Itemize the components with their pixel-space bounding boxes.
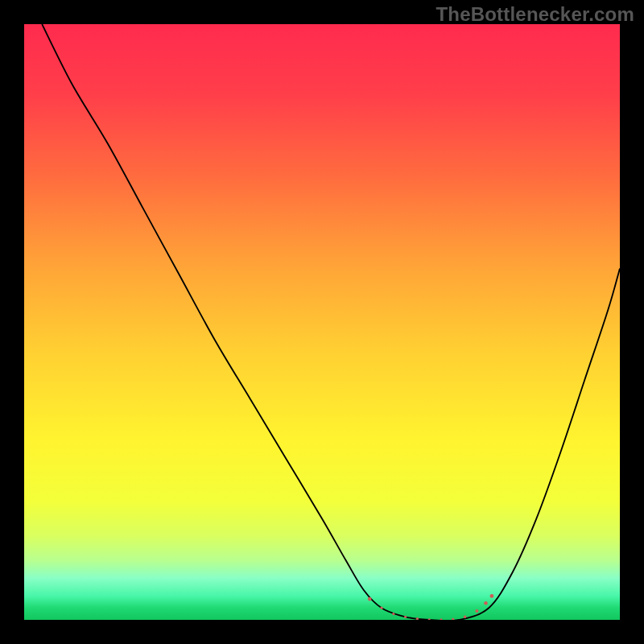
chart-frame: TheBottlenecker.com xyxy=(0,0,644,644)
flat-bottom-marker xyxy=(484,601,487,605)
flat-bottom-marker xyxy=(368,597,372,601)
flat-bottom-marker xyxy=(428,618,431,620)
flat-bottom-marker xyxy=(464,616,467,619)
flat-bottom-marker xyxy=(452,618,454,620)
flat-bottom-marker xyxy=(440,618,442,620)
plot-area xyxy=(24,24,620,620)
curve-layer xyxy=(24,24,620,620)
flat-bottom-marker xyxy=(380,607,382,609)
flat-bottom-marker xyxy=(392,613,394,615)
bottleneck-curve-path xyxy=(42,24,620,620)
flat-bottom-marker xyxy=(416,617,419,620)
flat-bottom-marker xyxy=(404,616,407,618)
flat-bottom-marker xyxy=(490,594,494,598)
watermark-text: TheBottlenecker.com xyxy=(436,3,634,26)
flat-bottom-marker xyxy=(475,609,478,613)
